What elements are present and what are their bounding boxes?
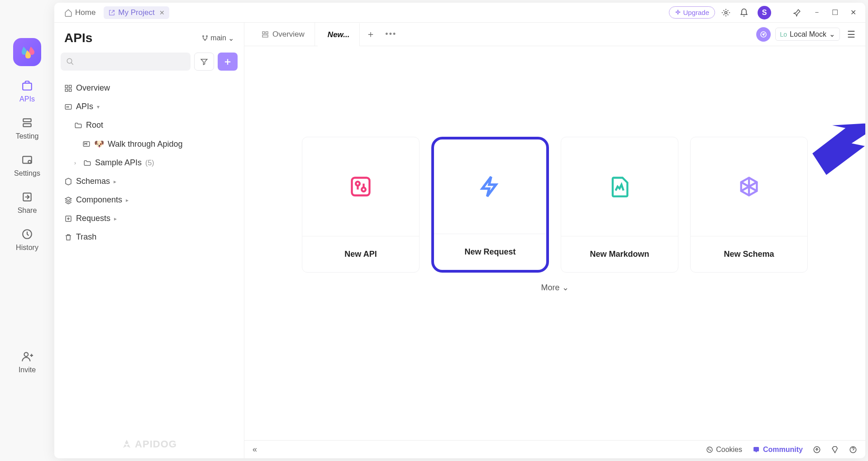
- quick-action-button[interactable]: [756, 27, 771, 42]
- tree-label: Schemas: [76, 177, 110, 186]
- api-card-icon: [349, 175, 372, 198]
- rail-item-history[interactable]: History: [16, 227, 38, 252]
- tree-requests[interactable]: Requests ▸: [61, 209, 238, 228]
- svg-point-9: [203, 36, 204, 37]
- svg-point-11: [205, 39, 206, 41]
- card-new-request[interactable]: New Request: [431, 137, 549, 273]
- tree-label: Components: [76, 195, 122, 205]
- tabs-row: Overview New... ＋ ••• Lo Local Mock ⌄: [244, 23, 865, 46]
- svg-rect-22: [262, 32, 265, 34]
- titlebar: Home My Project ✕ Upgrade S: [54, 3, 865, 23]
- tree-overview[interactable]: Overview: [61, 79, 238, 97]
- settings-gear-icon[interactable]: [721, 8, 733, 17]
- card-new-markdown[interactable]: New Markdown: [561, 137, 678, 273]
- branch-selector[interactable]: main ⌄: [201, 34, 234, 43]
- svg-rect-15: [65, 89, 67, 91]
- card-label: New Request: [464, 247, 515, 257]
- rail-item-testing[interactable]: Testing: [16, 116, 39, 140]
- filter-button[interactable]: [194, 53, 214, 71]
- svg-point-29: [707, 447, 712, 452]
- svg-rect-23: [266, 32, 268, 34]
- project-tab[interactable]: My Project ✕: [104, 6, 169, 19]
- window-close[interactable]: ✕: [847, 8, 859, 17]
- schema-card-icon: [737, 175, 761, 198]
- tab-add[interactable]: ＋: [362, 28, 379, 40]
- theme-icon[interactable]: [831, 446, 839, 454]
- bell-icon[interactable]: [739, 8, 751, 17]
- external-icon: [108, 9, 115, 16]
- svg-point-7: [24, 352, 29, 356]
- markdown-card-icon: [608, 175, 631, 198]
- footer: « Cookies Community: [244, 440, 865, 458]
- tree-schemas[interactable]: Schemas ▸: [61, 172, 238, 191]
- collapse-sidebar-icon[interactable]: «: [253, 445, 257, 454]
- card-new-schema[interactable]: New Schema: [690, 137, 808, 273]
- tab-overview[interactable]: Overview: [252, 23, 315, 46]
- svg-point-31: [710, 450, 711, 450]
- tree-walkthrough[interactable]: 🐶 Walk through Apidog: [61, 134, 238, 154]
- rail-item-invite[interactable]: Invite: [19, 350, 36, 374]
- menu-icon[interactable]: ☰: [844, 29, 858, 40]
- env-label: Local Mock: [790, 30, 826, 38]
- markdown-icon: [82, 140, 91, 148]
- card-new-api[interactable]: New API: [302, 137, 420, 273]
- window-maximize[interactable]: ☐: [829, 8, 841, 17]
- tree-label: Walk through Apidog: [108, 139, 182, 149]
- app-frame: Home My Project ✕ Upgrade S: [54, 3, 865, 458]
- main: Overview New... ＋ ••• Lo Local Mock ⌄: [244, 23, 865, 458]
- svg-rect-26: [352, 178, 370, 196]
- tree-root[interactable]: Root: [61, 116, 238, 134]
- upload-icon[interactable]: [813, 446, 821, 454]
- apidog-brand: APIDOG: [121, 438, 177, 450]
- tree-label: Sample APIs: [95, 158, 142, 168]
- rail-item-settings[interactable]: Settings: [14, 153, 40, 178]
- environment-selector[interactable]: Lo Local Mock ⌄: [775, 28, 840, 41]
- svg-point-28: [362, 187, 366, 192]
- compass-icon: [760, 31, 767, 38]
- tab-more[interactable]: •••: [382, 29, 400, 39]
- folder-icon: [74, 121, 82, 130]
- components-icon: [64, 196, 72, 204]
- rail-item-apis[interactable]: APIs: [19, 79, 35, 103]
- tree-sample-apis[interactable]: › Sample APIs (5): [61, 154, 238, 172]
- tab-new[interactable]: New...: [318, 23, 360, 46]
- svg-point-19: [68, 106, 69, 107]
- overview-icon: [64, 84, 72, 92]
- svg-rect-2: [23, 124, 31, 127]
- card-label: New Schema: [724, 250, 774, 259]
- svg-point-12: [67, 58, 72, 63]
- avatar-initial: S: [762, 9, 767, 17]
- card-label: New API: [344, 250, 377, 259]
- home-button[interactable]: Home: [61, 6, 99, 19]
- more-link[interactable]: More ⌄: [262, 283, 847, 293]
- chevron-right-icon: ▸: [114, 178, 119, 185]
- tab-label: Overview: [272, 30, 305, 39]
- discord-icon: [752, 446, 760, 454]
- avatar[interactable]: S: [758, 6, 771, 19]
- search-input[interactable]: [61, 53, 191, 71]
- tree-apis[interactable]: APIs ▾: [61, 97, 238, 116]
- svg-rect-24: [262, 35, 268, 37]
- rail-item-share[interactable]: Share: [18, 190, 37, 215]
- add-button[interactable]: ＋: [218, 53, 238, 71]
- window-minimize[interactable]: －: [811, 8, 823, 17]
- tree-components[interactable]: Components ▸: [61, 191, 238, 209]
- share-icon: [20, 190, 34, 204]
- chevron-down-icon: ⌄: [829, 30, 835, 38]
- sidebar-title: APIs: [64, 31, 92, 45]
- svg-rect-13: [65, 85, 67, 87]
- close-project-tab[interactable]: ✕: [159, 9, 165, 16]
- testing-icon: [20, 116, 34, 130]
- env-prefix: Lo: [780, 31, 787, 38]
- rail-label: Testing: [16, 132, 39, 140]
- rail-label: APIs: [19, 95, 35, 103]
- svg-rect-0: [23, 83, 32, 90]
- tree-trash[interactable]: Trash: [61, 228, 238, 246]
- cookies-link[interactable]: Cookies: [706, 446, 742, 454]
- upgrade-button[interactable]: Upgrade: [669, 6, 715, 19]
- pin-icon[interactable]: [793, 9, 805, 17]
- help-icon[interactable]: [849, 446, 857, 454]
- rail-label: History: [16, 244, 38, 252]
- community-link[interactable]: Community: [752, 446, 803, 454]
- project-tab-label: My Project: [118, 8, 154, 17]
